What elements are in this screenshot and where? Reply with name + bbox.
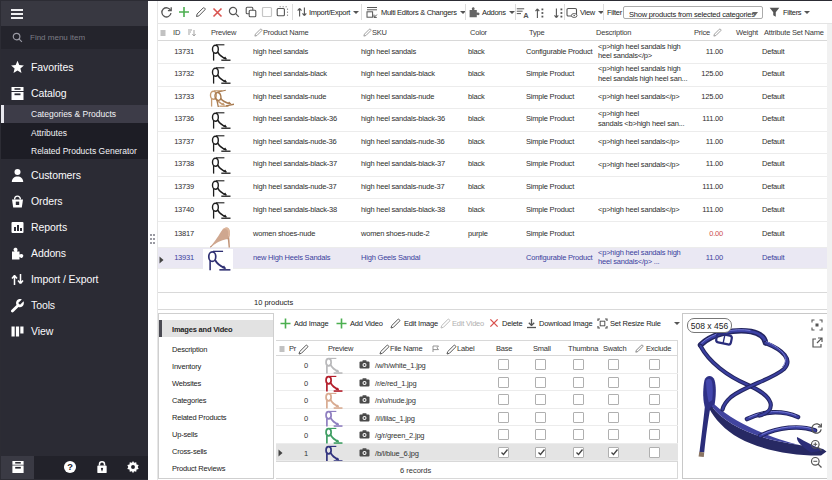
svg-text:A: A <box>523 11 529 19</box>
svg-text:?: ? <box>67 462 73 472</box>
